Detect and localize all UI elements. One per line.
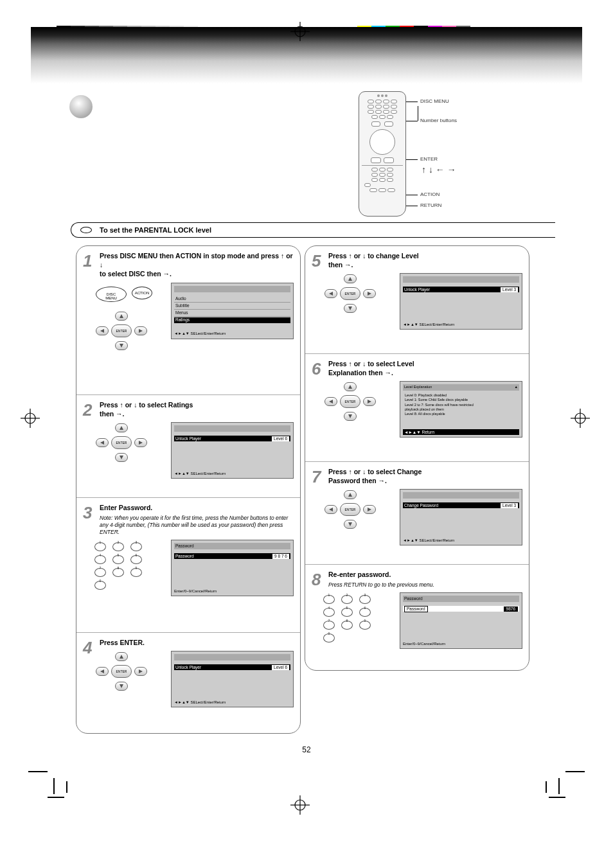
page-subtitle: DVDs equipped with the password function…	[100, 113, 344, 141]
step-number: 3	[83, 503, 92, 523]
registration-mark-icon	[21, 409, 40, 428]
remote-buttons-group: ENTER	[321, 273, 395, 314]
step-number: 5	[312, 251, 321, 271]
onscreen-menu-password: Password Password9876 Enter/0~9/Cancel/R…	[400, 592, 522, 649]
step-note: Press RETURN to go to the previous menu.	[328, 581, 522, 589]
lead-line	[406, 121, 418, 121]
section-bullet-sphere	[69, 95, 93, 118]
step-3: 3 Enter Password. Note: When you operate…	[76, 498, 300, 633]
step-number: 7	[312, 467, 321, 487]
dpad-icon: ENTER	[321, 490, 380, 529]
onscreen-menu-disc: Audio Subtitle Menus Ratings ◄►▲▼ SELect…	[171, 283, 294, 339]
steps-column-right: 5 Press ↑ or ↓ to change Level then →. E…	[305, 245, 529, 671]
step-text: Press ↑ or ↓ to select Level Explanation…	[328, 359, 522, 377]
crop-mark-icon	[48, 781, 80, 807]
remote-buttons-group: DISCMENU ACTION ENTER	[92, 283, 166, 351]
step-8: 8 Re-enter password. Press RETURN to go …	[305, 565, 529, 668]
action-button-icon: ACTION	[132, 287, 152, 299]
remote-label-enter: ENTER	[420, 156, 438, 162]
remote-label-number-buttons: Number buttons	[420, 118, 457, 123]
remote-label-action: ACTION	[420, 191, 440, 197]
onscreen-menu-ratings: Unlock PlayerLevel 3 ◄►▲▼ SELect/Enter/R…	[400, 273, 522, 330]
step-text: Press ↑ or ↓ to change Level then →.	[328, 251, 522, 269]
step-number: 4	[83, 638, 92, 658]
remote-label-return: RETURN	[420, 202, 441, 208]
step-number: 8	[312, 570, 321, 590]
dpad-icon: ENTER	[321, 382, 380, 421]
dpad-icon: ENTER	[321, 274, 380, 313]
step-text: Enter Password.	[100, 503, 294, 512]
step-6: 6 Press ↑ or ↓ to select Level Explanati…	[305, 354, 529, 462]
remote-buttons-group: 123 456 789 0	[92, 540, 166, 592]
step-text: Press DISC MENU then ACTION in stop mode…	[100, 251, 294, 279]
remote-buttons-group: ENTER	[92, 422, 166, 463]
lead-line	[406, 159, 418, 160]
section-heading: To set the PARENTAL LOCK level	[71, 222, 555, 238]
registration-mark-icon	[290, 795, 310, 815]
disc-menu-button-icon: DISCMENU	[96, 287, 127, 302]
onscreen-menu-level-explanation: Level Explanation▲ Level 0: Playback dis…	[400, 381, 522, 438]
step-7: 7 Press ↑ or ↓ to select Change Password…	[305, 462, 529, 565]
step-text: Press ↑ or ↓ to select Change Password t…	[328, 467, 522, 485]
page-title: Parental Lock	[100, 94, 195, 111]
step-1: 1 Press DISC MENU then ACTION in stop mo…	[76, 246, 300, 395]
numpad-icon: 123 456 789 0	[92, 540, 150, 592]
remote-label-arrows: ↑ ↓ ← →	[422, 164, 456, 175]
remote-buttons-group: ENTER	[92, 651, 166, 692]
lead-line	[406, 195, 418, 195]
step-note: Note: When you operate it for the first …	[100, 515, 294, 536]
crop-mark-icon	[533, 781, 565, 807]
remote-buttons-group: 123 456 789 0	[321, 592, 395, 645]
registration-mark-icon	[290, 22, 310, 41]
step-number: 6	[312, 359, 321, 379]
onscreen-menu-password: Password Password9 8 7 6 Enter/0~9/Cance…	[171, 540, 294, 596]
step-2: 2 Press ↑ or ↓ to select Ratings then →.…	[76, 395, 300, 498]
onscreen-menu-ratings: Unlock PlayerLevel 6 ◄►▲▼ SELect/Enter/R…	[171, 651, 294, 707]
step-text: Press ENTER.	[100, 638, 294, 647]
page-number: 52	[0, 745, 613, 754]
registration-mark-icon	[571, 409, 590, 428]
remote-buttons-group: ENTER	[321, 489, 395, 530]
step-text: Re-enter password.	[328, 570, 522, 579]
step-4: 4 Press ENTER. ENTER Unlock PlayerLevel …	[76, 633, 300, 729]
step-number: 1	[83, 251, 92, 271]
remote-buttons-group: ENTER	[321, 381, 395, 422]
remote-control-diagram	[359, 91, 406, 217]
lead-line	[406, 206, 418, 206]
step-5: 5 Press ↑ or ↓ to change Level then →. E…	[305, 246, 529, 354]
steps-column-left: 1 Press DISC MENU then ACTION in stop mo…	[76, 245, 301, 734]
numpad-icon: 123 456 789 0	[321, 592, 378, 645]
dpad-icon: ENTER	[92, 652, 151, 691]
step-text: Press ↑ or ↓ to select Ratings then →.	[100, 400, 294, 418]
onscreen-menu-ratings: Change PasswordLevel 3 ◄►▲▼ SELect/Enter…	[400, 489, 522, 545]
dpad-icon: ENTER	[92, 312, 151, 350]
lead-line	[406, 102, 418, 102]
remote-label-disc-menu: DISC MENU	[420, 98, 449, 104]
step-number: 2	[83, 400, 92, 420]
lead-line	[418, 106, 418, 121]
dpad-icon: ENTER	[92, 423, 151, 462]
onscreen-menu-ratings: Unlock PlayerLevel 6 ◄►▲▼ SELect/Enter/R…	[171, 422, 294, 479]
